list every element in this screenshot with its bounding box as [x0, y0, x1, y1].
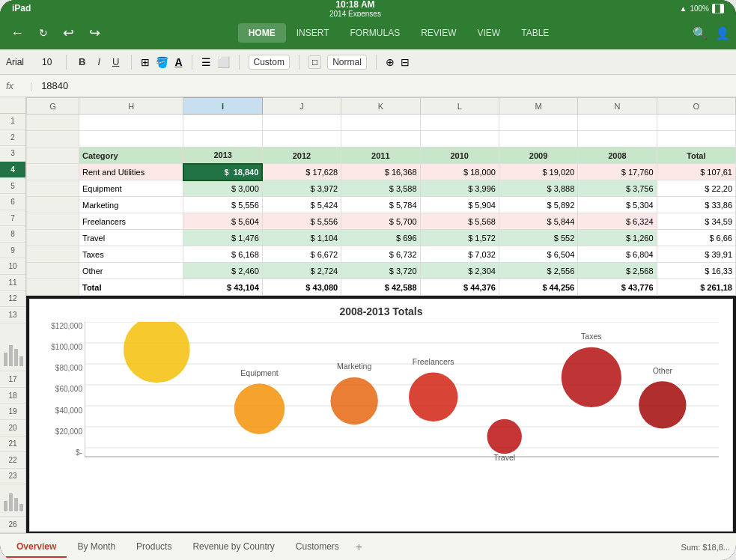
undo-button[interactable]: ↩: [58, 22, 79, 44]
cell-2013-header[interactable]: 2013: [183, 147, 262, 164]
cell-i1[interactable]: [183, 115, 262, 131]
tab-formulas[interactable]: FORMULAS: [339, 23, 410, 43]
cell-taxes-label[interactable]: Taxes: [79, 246, 183, 263]
formula-value[interactable]: 18840: [41, 80, 68, 91]
cell-total-2011[interactable]: $ 42,588: [341, 279, 420, 296]
tab-by-month[interactable]: By Month: [67, 537, 126, 558]
cell-2012-header[interactable]: 2012: [262, 147, 341, 164]
cell-g10[interactable]: [27, 263, 79, 279]
tab-view[interactable]: VIEW: [467, 23, 511, 43]
font-size[interactable]: 10: [42, 57, 57, 67]
cell-mkt-2008[interactable]: $ 5,304: [578, 197, 657, 213]
cell-g3[interactable]: [27, 147, 79, 164]
font-color-icon[interactable]: A: [174, 56, 182, 68]
tab-home[interactable]: HOME: [238, 23, 286, 43]
fill-icon[interactable]: 🪣: [156, 56, 168, 68]
tab-insert[interactable]: INSERT: [286, 23, 340, 43]
cell-g2[interactable]: [27, 131, 79, 147]
cell-g4[interactable]: [27, 164, 79, 180]
cell-equip-2011[interactable]: $ 3,588: [341, 180, 420, 197]
cell-k1[interactable]: [341, 115, 420, 131]
cell-mkt-2010[interactable]: $ 5,904: [420, 197, 499, 213]
tab-products[interactable]: Products: [126, 537, 182, 558]
cell-mkt-2011[interactable]: $ 5,784: [341, 197, 420, 213]
cell-o1[interactable]: [657, 115, 735, 131]
cell-mkt-total[interactable]: $ 33,86: [657, 197, 735, 213]
cell-h2[interactable]: [79, 131, 183, 147]
cell-g11[interactable]: [27, 279, 79, 296]
cell-other-2010[interactable]: $ 2,304: [420, 263, 499, 279]
cell-travel-2008[interactable]: $ 1,260: [578, 230, 657, 246]
grid-icon[interactable]: ⊞: [141, 56, 150, 68]
search-icon[interactable]: 🔍: [693, 26, 708, 40]
cell-other-label[interactable]: Other: [79, 263, 183, 279]
cell-free-total[interactable]: $ 34,59: [657, 213, 735, 230]
cell-free-2012[interactable]: $ 5,556: [262, 213, 341, 230]
cell-mkt-2012[interactable]: $ 5,424: [262, 197, 341, 213]
cell-rent-2008[interactable]: $ 17,760: [578, 164, 657, 180]
cell-travel-2010[interactable]: $ 1,572: [420, 230, 499, 246]
cell-free-2013[interactable]: $ 5,604: [183, 213, 262, 230]
align-icon[interactable]: ☰: [201, 56, 211, 68]
italic-button[interactable]: I: [94, 55, 103, 69]
cell-2008-header[interactable]: 2008: [578, 147, 657, 164]
cell-rent-2009[interactable]: $ 19,020: [499, 164, 577, 180]
format-type-dropdown[interactable]: Custom: [249, 55, 290, 70]
cell-other-2012[interactable]: $ 2,724: [262, 263, 341, 279]
cell-total-sum[interactable]: $ 261,18: [657, 279, 735, 296]
cell-2011-header[interactable]: 2011: [341, 147, 420, 164]
tab-revenue-by-country[interactable]: Revenue by Country: [182, 537, 285, 558]
cell-style-icon[interactable]: □: [308, 55, 321, 69]
cell-g9[interactable]: [27, 246, 79, 263]
cell-rent-2011[interactable]: $ 16,368: [341, 164, 420, 180]
add-sheet-button[interactable]: +: [350, 541, 368, 554]
cell-taxes-2013[interactable]: $ 6,168: [183, 246, 262, 263]
cell-2010-header[interactable]: 2010: [420, 147, 499, 164]
cell-n1[interactable]: [578, 115, 657, 131]
cell-o2[interactable]: [657, 131, 735, 147]
filter-icon[interactable]: ⊟: [401, 56, 410, 68]
cell-g5[interactable]: [27, 180, 79, 197]
cell-rent-2013[interactable]: $ 18,840: [183, 164, 262, 180]
cell-equip-2012[interactable]: $ 3,972: [262, 180, 341, 197]
cell-k2[interactable]: [341, 131, 420, 147]
cell-2009-header[interactable]: 2009: [499, 147, 577, 164]
tab-table[interactable]: TABLE: [511, 23, 559, 43]
cell-equip-total[interactable]: $ 22,20: [657, 180, 735, 197]
cell-m1[interactable]: [499, 115, 577, 131]
cell-mkt-label[interactable]: Marketing: [79, 197, 183, 213]
cell-free-label[interactable]: Freelancers: [79, 213, 183, 230]
cell-h1[interactable]: [79, 115, 183, 131]
cell-g7[interactable]: [27, 213, 79, 230]
cell-g6[interactable]: [27, 197, 79, 213]
cell-total-2008[interactable]: $ 43,776: [578, 279, 657, 296]
cell-equip-label[interactable]: Equipment: [79, 180, 183, 197]
cell-m2[interactable]: [499, 131, 577, 147]
cell-equip-2013[interactable]: $ 3,000: [183, 180, 262, 197]
cell-travel-2012[interactable]: $ 1,104: [262, 230, 341, 246]
back-button[interactable]: ←: [6, 22, 28, 44]
cell-free-2008[interactable]: $ 6,324: [578, 213, 657, 230]
cell-total-label[interactable]: Total: [79, 279, 183, 296]
bold-button[interactable]: B: [76, 55, 88, 69]
cell-rent-2010[interactable]: $ 18,000: [420, 164, 499, 180]
cell-taxes-2011[interactable]: $ 6,732: [341, 246, 420, 263]
cell-taxes-2012[interactable]: $ 6,672: [262, 246, 341, 263]
cell-other-2008[interactable]: $ 2,568: [578, 263, 657, 279]
cell-equip-2010[interactable]: $ 3,996: [420, 180, 499, 197]
cell-total-2009[interactable]: $ 44,256: [499, 279, 577, 296]
cell-free-2011[interactable]: $ 5,700: [341, 213, 420, 230]
cell-total-2012[interactable]: $ 43,080: [262, 279, 341, 296]
cell-travel-total[interactable]: $ 6,66: [657, 230, 735, 246]
cell-category-header[interactable]: Category: [79, 147, 183, 164]
cell-g8[interactable]: [27, 230, 79, 246]
cell-taxes-total[interactable]: $ 39,91: [657, 246, 735, 263]
cell-travel-2011[interactable]: $ 696: [341, 230, 420, 246]
cell-n2[interactable]: [578, 131, 657, 147]
tab-review[interactable]: REVIEW: [410, 23, 466, 43]
cell-equip-2009[interactable]: $ 3,888: [499, 180, 577, 197]
cell-other-2013[interactable]: $ 2,460: [183, 263, 262, 279]
cell-rent-total[interactable]: $ 107,61: [657, 164, 735, 180]
cell-rent-label[interactable]: Rent and Utilities: [79, 164, 183, 180]
tab-overview[interactable]: Overview: [6, 537, 67, 558]
